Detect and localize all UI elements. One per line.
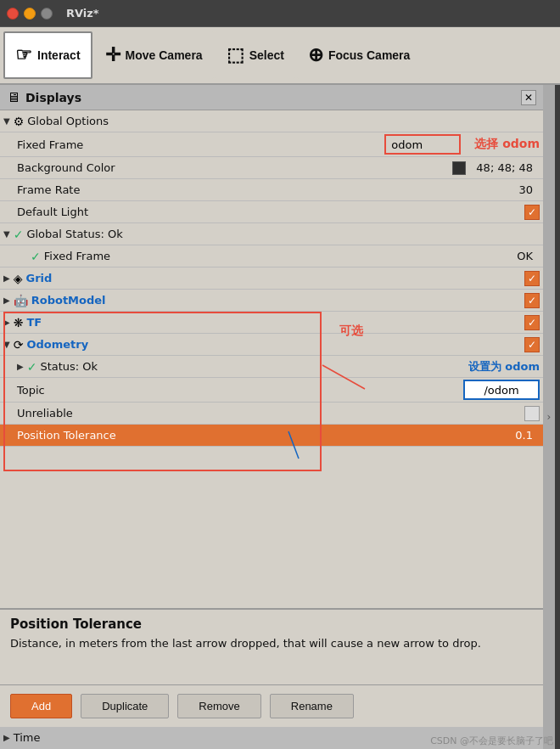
move-camera-button[interactable]: ✛ Move Camera (94, 31, 214, 79)
odometry-label: Odometry (26, 338, 524, 351)
background-color-value: 48; 48; 48 (469, 161, 540, 174)
close-button[interactable] (7, 8, 19, 20)
color-swatch[interactable] (452, 161, 466, 175)
topic-row[interactable]: Topic /odom (0, 378, 543, 403)
robot-model-row[interactable]: ▶ 🤖 RobotModel ✓ (0, 290, 543, 312)
titlebar: RViz* (0, 0, 560, 27)
grid-label: Grid (25, 272, 524, 284)
remove-button[interactable]: Remove (177, 694, 260, 718)
focus-camera-button[interactable]: ⊕ Focus Camera (297, 31, 421, 79)
description-area: Position Tolerance Distance, in meters f… (0, 608, 543, 684)
fixed-frame-status-label: Fixed Frame (44, 250, 511, 262)
expand-arrow: ▼ (3, 229, 10, 239)
select-icon: ⬚ (227, 44, 244, 66)
main-area: 🖥 Displays ✕ ▼ ⚙ Global Options Fixed Fr… (0, 85, 560, 749)
expand-arrow: ▶ (3, 296, 10, 305)
select-odom-annotation: 选择 odom (474, 137, 540, 152)
duplicate-button[interactable]: Duplicate (81, 694, 169, 718)
default-light-row[interactable]: Default Light ✓ (0, 201, 543, 223)
fixed-frame-value-box[interactable]: odom (384, 134, 461, 155)
fixed-frame-status-row[interactable]: ✓ Fixed Frame OK (0, 245, 543, 268)
grid-icon: ◈ (14, 272, 23, 285)
unreliable-checkbox[interactable] (524, 406, 540, 421)
select-button[interactable]: ⬚ Select (216, 31, 295, 79)
unreliable-label: Unreliable (17, 407, 524, 420)
expand-arrow: ▼ (3, 340, 10, 349)
check-icon: ✓ (27, 360, 37, 374)
position-tolerance-label: Position Tolerance (17, 429, 515, 442)
unreliable-row[interactable]: Unreliable (0, 403, 543, 425)
topic-value: /odom (484, 384, 518, 397)
hand-icon: ☞ (15, 44, 32, 66)
frame-rate-label: Frame Rate (17, 183, 512, 196)
topic-value-box[interactable]: /odom (463, 380, 540, 400)
fixed-frame-status-value: OK (510, 250, 540, 262)
left-panel: 🖥 Displays ✕ ▼ ⚙ Global Options Fixed Fr… (0, 85, 543, 749)
fixed-frame-row[interactable]: Fixed Frame odom 选择 odom (0, 132, 543, 157)
move-camera-label: Move Camera (126, 48, 203, 62)
odometry-checkbox[interactable]: ✓ (524, 337, 540, 352)
grid-row[interactable]: ▶ ◈ Grid ✓ (0, 268, 543, 290)
background-color-label: Background Color (17, 161, 452, 174)
description-title: Position Tolerance (10, 617, 533, 632)
expand-arrow: ▶ (17, 362, 24, 371)
minimize-button[interactable] (24, 8, 36, 20)
expand-arrow: ▶ (3, 273, 10, 283)
window-title: RViz* (66, 7, 99, 20)
close-displays-button[interactable]: ✕ (521, 90, 536, 105)
check-icon: ✓ (14, 228, 24, 241)
odometry-status-label: Status: Ok (40, 360, 454, 373)
fixed-frame-value: odom (391, 138, 423, 151)
monitor-icon: 🖥 (7, 89, 20, 105)
global-status-row[interactable]: ▼ ✓ Global Status: Ok (0, 223, 543, 245)
odometry-row[interactable]: ▼ ⟳ Odometry ✓ (0, 334, 543, 356)
add-button[interactable]: Add (10, 694, 72, 718)
robot-icon: 🤖 (14, 294, 28, 307)
toolbar: ☞ Interact ✛ Move Camera ⬚ Select ⊕ Focu… (0, 27, 560, 85)
global-options-label: Global Options (27, 115, 540, 127)
tf-icon: ❋ (14, 316, 24, 329)
default-light-label: Default Light (17, 206, 524, 218)
robot-model-label: RobotModel (31, 294, 524, 307)
focus-icon: ⊕ (308, 44, 323, 66)
global-status-label: Global Status: Ok (26, 228, 540, 240)
chevron-right-icon: › (547, 411, 552, 423)
displays-title: Displays (25, 91, 81, 104)
default-light-checkbox[interactable]: ✓ (524, 205, 540, 220)
interact-label: Interact (37, 48, 81, 62)
tf-checkbox[interactable]: ✓ (524, 315, 540, 330)
topic-label: Topic (17, 384, 463, 397)
select-label: Select (249, 48, 284, 62)
interact-button[interactable]: ☞ Interact (3, 31, 92, 79)
grid-checkbox[interactable]: ✓ (524, 271, 540, 286)
tf-row[interactable]: ▶ ❋ TF ✓ (0, 312, 543, 334)
odometry-icon: ⟳ (14, 338, 24, 352)
displays-tree[interactable]: ▼ ⚙ Global Options Fixed Frame odom 选择 o… (0, 110, 543, 608)
robot-model-checkbox[interactable]: ✓ (524, 293, 540, 308)
odometry-status-row[interactable]: ▶ ✓ Status: Ok 设置为 odom (0, 356, 543, 378)
position-tolerance-value: 0.1 (515, 429, 540, 442)
frame-rate-row[interactable]: Frame Rate 30 (0, 179, 543, 201)
set-to-odom-annotation: 设置为 odom (468, 359, 540, 374)
check-icon: ✓ (31, 250, 41, 263)
expand-arrow: ▶ (3, 318, 10, 327)
gear-icon: ⚙ (14, 115, 25, 128)
position-tolerance-row[interactable]: Position Tolerance 0.1 (0, 425, 543, 447)
bottom-buttons: Add Duplicate Remove Rename (0, 684, 543, 727)
rename-button[interactable]: Rename (270, 694, 354, 718)
expand-arrow: ▶ (3, 733, 10, 742)
expand-arrow: ▼ (3, 116, 10, 126)
focus-camera-label: Focus Camera (328, 48, 410, 62)
maximize-button[interactable] (41, 8, 53, 20)
window-controls (7, 8, 53, 20)
description-text: Distance, in meters from the last arrow … (10, 635, 533, 652)
frame-rate-value: 30 (512, 183, 540, 196)
fixed-frame-label: Fixed Frame (17, 138, 384, 151)
csdn-watermark: CSDN @不会是要长脑子了吧 (430, 735, 553, 747)
tf-label: TF (26, 316, 524, 329)
global-options-row[interactable]: ▼ ⚙ Global Options (0, 110, 543, 132)
right-collapse-handle[interactable]: › (543, 85, 555, 749)
displays-header: 🖥 Displays ✕ (0, 85, 543, 110)
background-color-row[interactable]: Background Color 48; 48; 48 (0, 157, 543, 179)
camera-move-icon: ✛ (105, 44, 120, 66)
